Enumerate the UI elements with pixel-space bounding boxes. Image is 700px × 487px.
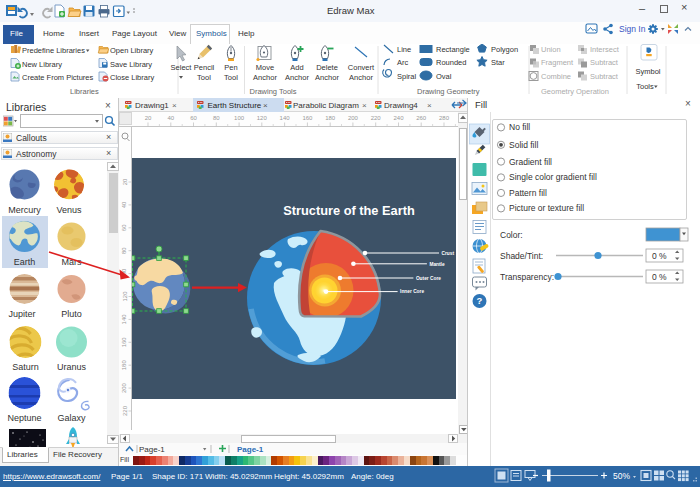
svg-text:Mercury: Mercury [8, 205, 41, 215]
svg-text:Oval: Oval [436, 72, 452, 81]
svg-text:Anchor: Anchor [315, 73, 339, 82]
svg-text:Pen: Pen [224, 63, 237, 72]
svg-text:Spiral: Spiral [397, 72, 417, 81]
svg-text:Drawing1: Drawing1 [135, 101, 169, 110]
svg-text:?: ? [477, 295, 483, 306]
svg-text:Open Library: Open Library [110, 46, 154, 55]
svg-text:Outer Core: Outer Core [416, 276, 441, 281]
svg-text:Shade/Tint:: Shade/Tint: [500, 251, 543, 261]
svg-text:200: 200 [348, 115, 359, 121]
svg-text:100: 100 [234, 115, 245, 121]
svg-text:Polygon: Polygon [491, 45, 518, 54]
svg-text:Close Library: Close Library [110, 73, 154, 82]
svg-text:40: 40 [167, 115, 174, 121]
svg-text:Picture or texture fill: Picture or texture fill [509, 203, 584, 213]
svg-text:Combine: Combine [541, 72, 571, 81]
svg-text:Geometry Operation: Geometry Operation [541, 87, 609, 96]
svg-text:Tool: Tool [197, 73, 211, 82]
svg-text:0 %: 0 % [652, 272, 667, 282]
svg-text:Color:: Color: [500, 230, 523, 240]
svg-text:Inner Core: Inner Core [400, 289, 424, 294]
svg-text:Drawing Tools: Drawing Tools [250, 87, 297, 96]
svg-text:Uranus: Uranus [57, 362, 87, 372]
svg-text:240: 240 [393, 115, 404, 121]
svg-text:140: 140 [280, 115, 291, 121]
svg-text:Earth: Earth [14, 257, 36, 267]
svg-text:Pencil: Pencil [194, 63, 215, 72]
svg-text:Star: Star [491, 58, 505, 67]
svg-text:Sign In: Sign In [619, 24, 646, 34]
svg-text:0 %: 0 % [652, 251, 667, 261]
svg-text:Transparency:: Transparency: [500, 272, 554, 282]
svg-text:220: 220 [122, 405, 128, 416]
svg-text:Page-1: Page-1 [139, 445, 165, 454]
svg-text:Line: Line [397, 45, 411, 54]
svg-text:Fragment: Fragment [541, 58, 574, 67]
svg-text:80: 80 [213, 115, 220, 121]
svg-text:260: 260 [416, 115, 427, 121]
svg-text:Crust: Crust [442, 251, 455, 256]
svg-text:Arc: Arc [397, 58, 409, 67]
svg-text:Mantle: Mantle [429, 262, 445, 267]
svg-text:Anchor: Anchor [349, 73, 373, 82]
svg-text:Union: Union [541, 45, 561, 54]
svg-text:160: 160 [122, 337, 128, 348]
svg-text:Rectangle: Rectangle [436, 45, 470, 54]
svg-text:Select: Select [171, 63, 193, 72]
svg-text:Subtract: Subtract [590, 72, 619, 81]
svg-text:220: 220 [371, 115, 382, 121]
svg-text:60: 60 [190, 115, 197, 121]
svg-text:Solid fill: Solid fill [509, 140, 538, 150]
svg-text:Save Library: Save Library [110, 60, 152, 69]
svg-text:Intersect: Intersect [590, 45, 620, 54]
svg-text:280: 280 [439, 115, 450, 121]
svg-text:140: 140 [122, 314, 128, 325]
svg-text:Tools: Tools [636, 82, 654, 91]
svg-text:×: × [263, 101, 268, 110]
svg-text:Convert: Convert [348, 63, 375, 72]
svg-text:Symbol: Symbol [635, 67, 660, 76]
svg-text:Anchor: Anchor [285, 73, 309, 82]
svg-text:Neptune: Neptune [7, 413, 41, 423]
svg-text:Drawing Geometry: Drawing Geometry [417, 87, 480, 96]
svg-text:Add: Add [290, 63, 303, 72]
svg-text:Delete: Delete [316, 63, 338, 72]
svg-text:Pattern fill: Pattern fill [509, 188, 547, 198]
svg-text:Saturn: Saturn [12, 362, 39, 372]
svg-text:No fill: No fill [509, 122, 530, 132]
svg-text:×: × [362, 101, 367, 110]
svg-text:Gradient fill: Gradient fill [509, 157, 552, 167]
svg-text:Parabolic Diagram: Parabolic Diagram [293, 101, 359, 110]
svg-text:60: 60 [122, 224, 128, 231]
svg-text:180: 180 [325, 115, 336, 121]
svg-text:Tool: Tool [224, 73, 238, 82]
svg-text:×: × [427, 101, 432, 110]
svg-text:Rounded: Rounded [436, 58, 466, 67]
svg-text:Single color gradient fill: Single color gradient fill [509, 172, 597, 182]
svg-text:20: 20 [145, 115, 152, 121]
svg-text:×: × [172, 101, 177, 110]
svg-text:40: 40 [122, 201, 128, 208]
svg-text:180: 180 [122, 360, 128, 371]
svg-text:Create From Pictures: Create From Pictures [22, 73, 94, 82]
svg-text:200: 200 [122, 382, 128, 393]
svg-text:Libraries: Libraries [70, 87, 99, 96]
svg-text:New Library: New Library [22, 60, 62, 69]
svg-text:Page-1: Page-1 [237, 445, 264, 454]
svg-text:Structure of the Earth: Structure of the Earth [283, 203, 415, 218]
svg-text:Subtract: Subtract [590, 58, 619, 67]
svg-text:50%: 50% [613, 471, 630, 481]
svg-text:Earth Structure: Earth Structure [208, 101, 262, 110]
svg-text:Venus: Venus [56, 205, 82, 215]
svg-text:20: 20 [122, 178, 128, 185]
svg-text:120: 120 [122, 291, 128, 302]
svg-text:Pluto: Pluto [61, 309, 82, 319]
svg-text:Galaxy: Galaxy [57, 413, 86, 423]
svg-text:Anchor: Anchor [253, 73, 277, 82]
svg-text:160: 160 [302, 115, 313, 121]
svg-text:Drawing4: Drawing4 [384, 101, 418, 110]
svg-text:Predefine Libraries: Predefine Libraries [22, 46, 85, 55]
svg-text:Move: Move [256, 63, 274, 72]
svg-text:Jupiter: Jupiter [8, 309, 35, 319]
svg-text:120: 120 [257, 115, 268, 121]
